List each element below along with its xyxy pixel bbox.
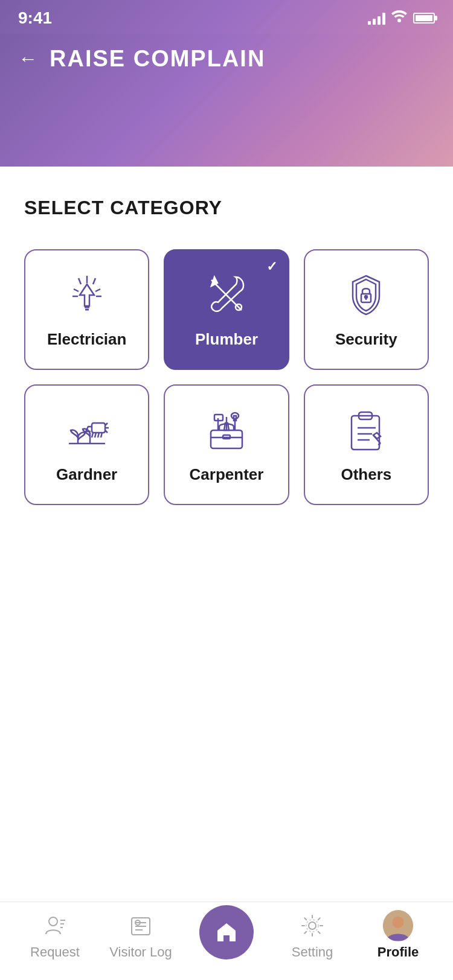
status-bar: 9:41 [0,0,453,34]
electrician-label: Electrician [47,330,127,349]
svg-point-52 [392,916,403,928]
svg-point-13 [365,296,367,298]
main-content: SELECT CATEGORY Electricia [0,167,453,951]
carpenter-label: Carpenter [190,465,264,484]
visitor-log-label: Visitor Log [109,944,172,960]
header: ← RAISE COMPLAIN [0,34,453,167]
category-card-gardner[interactable]: Gardner [24,384,149,505]
category-card-others[interactable]: Others [304,384,429,505]
check-icon: ✓ [266,259,277,275]
svg-line-8 [95,289,100,291]
carpenter-icon [202,406,251,454]
nav-item-setting[interactable]: Setting [269,911,355,960]
gardner-icon [63,406,111,454]
profile-avatar [383,911,413,941]
plumber-label: Plumber [195,330,258,349]
svg-line-39 [378,444,381,445]
svg-marker-4 [80,284,94,306]
setting-icon [297,911,327,941]
svg-line-19 [92,433,93,438]
nav-item-home[interactable] [184,905,269,966]
svg-point-49 [309,922,316,929]
home-button[interactable] [199,905,254,959]
page-title: RAISE COMPLAIN [50,46,265,72]
electrician-icon [63,271,111,319]
setting-label: Setting [292,944,333,960]
security-icon [342,271,390,319]
bottom-navigation: Request Visitor Log [0,902,453,980]
category-grid: Electrician ✓ Plumber [24,249,429,505]
svg-point-40 [49,917,57,926]
nav-item-visitor-log[interactable]: Visitor Log [98,911,184,960]
svg-line-3 [93,278,95,284]
profile-label: Profile [378,944,419,960]
svg-rect-33 [352,416,379,450]
request-icon [40,911,70,941]
wifi-icon [391,10,407,26]
signal-icon [368,11,385,25]
visitor-log-icon [126,911,156,941]
category-card-electrician[interactable]: Electrician [24,249,149,370]
others-label: Others [341,465,391,484]
back-button[interactable]: ← [18,48,37,70]
security-label: Security [335,330,397,349]
battery-icon [413,13,435,24]
gardner-label: Gardner [56,465,117,484]
category-card-carpenter[interactable]: Carpenter [164,384,289,505]
nav-item-request[interactable]: Request [12,911,98,960]
plumber-icon [202,271,251,319]
nav-item-profile[interactable]: Profile [355,911,441,960]
status-icons [368,10,435,26]
svg-line-2 [79,278,81,284]
status-time: 9:41 [18,8,52,28]
svg-point-0 [397,19,401,22]
category-card-plumber[interactable]: ✓ Plumber [164,249,289,370]
request-label: Request [30,944,80,960]
section-title: SELECT CATEGORY [24,197,429,219]
svg-line-7 [74,289,79,291]
category-card-security[interactable]: Security [304,249,429,370]
others-icon [342,406,390,454]
svg-rect-18 [92,423,105,433]
